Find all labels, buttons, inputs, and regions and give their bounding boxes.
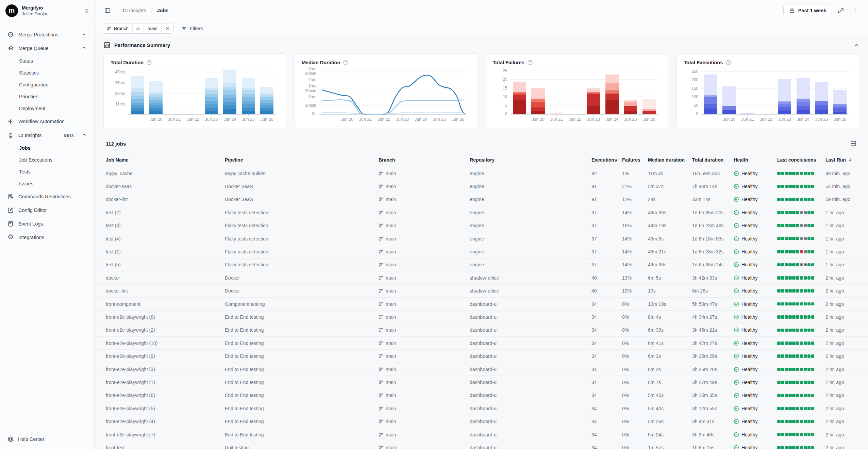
stacked-bar[interactable] (223, 70, 236, 114)
filter-chip-field[interactable]: Branch (103, 23, 132, 33)
sidebar-item-statistics[interactable]: Statistics (4, 67, 90, 79)
stacked-bar[interactable] (149, 81, 163, 114)
conclusion-success-square[interactable] (785, 381, 788, 384)
conclusion-success-square[interactable] (796, 315, 799, 319)
conclusion-success-square[interactable] (781, 224, 784, 227)
stacked-bar[interactable] (760, 114, 773, 114)
row-density-icon[interactable] (850, 140, 857, 147)
conclusion-success-square[interactable] (800, 172, 803, 175)
job-name-cell[interactable]: front-e2e-playwright (4) (106, 419, 225, 424)
conclusion-success-square[interactable] (777, 302, 781, 306)
stacked-bar[interactable] (531, 88, 545, 114)
job-name-cell[interactable]: test (1) (106, 249, 225, 254)
conclusion-success-square[interactable] (792, 433, 796, 436)
conclusion-success-square[interactable] (792, 224, 796, 227)
conclusion-success-square[interactable] (788, 250, 792, 253)
job-name-cell[interactable]: front-e2e-playwright (2) (106, 327, 225, 333)
job-name-cell[interactable]: front-e2e-playwright (7) (106, 432, 225, 437)
table-row[interactable]: docker Docker main shadow-office 40 13% … (95, 271, 868, 284)
column-header-pipeline[interactable]: Pipeline (225, 157, 379, 163)
conclusion-neutral-square[interactable] (804, 211, 807, 214)
breadcrumb-section[interactable]: CI Insights (123, 8, 146, 13)
conclusion-success-square[interactable] (785, 315, 788, 319)
column-header-branch[interactable]: Branch (379, 157, 470, 163)
stacked-bar[interactable] (513, 82, 526, 114)
sidebar-item-status[interactable]: Status (4, 55, 90, 67)
conclusion-success-square[interactable] (788, 407, 792, 410)
table-row[interactable]: front-e2e-playwright (3) End to End test… (95, 363, 868, 376)
conclusion-success-square[interactable] (785, 185, 788, 188)
conclusion-success-square[interactable] (781, 211, 784, 214)
conclusion-success-square[interactable] (788, 198, 792, 201)
column-header-failures[interactable]: Failures (622, 157, 648, 163)
conclusion-success-square[interactable] (796, 354, 799, 358)
conclusion-success-square[interactable] (777, 224, 781, 227)
conclusion-success-square[interactable] (800, 381, 803, 384)
table-row[interactable]: front-component Component testing main d… (95, 298, 868, 311)
conclusion-success-square[interactable] (800, 407, 803, 410)
conclusion-success-square[interactable] (804, 368, 807, 371)
sidebar-item-help-center[interactable]: Help Center (0, 431, 94, 449)
conclusion-success-square[interactable] (811, 250, 815, 253)
conclusion-success-square[interactable] (788, 381, 792, 384)
conclusion-success-square[interactable] (796, 172, 799, 175)
sidebar-item-configuration[interactable]: Configuration (4, 79, 90, 90)
conclusion-success-square[interactable] (807, 250, 811, 253)
conclusion-success-square[interactable] (807, 420, 811, 423)
conclusion-success-square[interactable] (796, 198, 799, 201)
total-duration-chart[interactable]: 11hrs23hrs35hrs47hrsJun 20Jun 21Jun 22Ju… (128, 69, 276, 115)
conclusion-success-square[interactable] (796, 237, 799, 240)
conclusion-success-square[interactable] (796, 211, 799, 214)
conclusion-success-square[interactable] (796, 289, 799, 293)
conclusion-success-square[interactable] (792, 185, 796, 188)
more-options-button[interactable] (850, 5, 861, 16)
stacked-bar[interactable] (605, 74, 619, 114)
conclusion-success-square[interactable] (777, 250, 781, 253)
table-row[interactable]: mypy_cache Mypy cache builder main engin… (95, 167, 868, 180)
conclusion-success-square[interactable] (788, 289, 792, 293)
conclusion-success-square[interactable] (807, 198, 811, 201)
conclusion-success-square[interactable] (811, 354, 815, 358)
conclusion-success-square[interactable] (777, 342, 781, 345)
table-row[interactable]: front-e2e-playwright (10) End to End tes… (95, 337, 868, 350)
conclusion-success-square[interactable] (781, 433, 784, 436)
conclusion-success-square[interactable] (800, 342, 803, 345)
conclusion-success-square[interactable] (811, 211, 815, 214)
conclusion-success-square[interactable] (796, 368, 799, 371)
sidebar-toggle-button[interactable] (102, 5, 113, 16)
date-range-button[interactable]: Past 1 week (783, 4, 832, 17)
conclusion-success-square[interactable] (788, 224, 792, 227)
conclusion-success-square[interactable] (807, 224, 811, 227)
share-link-button[interactable] (835, 5, 846, 16)
conclusion-success-square[interactable] (781, 446, 784, 449)
stacked-bar[interactable] (704, 74, 717, 114)
sidebar-item-merge-queue[interactable]: Merge Queue (4, 42, 90, 55)
conclusion-success-square[interactable] (788, 237, 792, 240)
conclusion-success-square[interactable] (811, 237, 815, 240)
conclusion-success-square[interactable] (796, 342, 799, 345)
conclusion-success-square[interactable] (792, 342, 796, 345)
conclusion-success-square[interactable] (804, 185, 807, 188)
conclusion-success-square[interactable] (807, 185, 811, 188)
sidebar-item-tests[interactable]: Tests (4, 166, 90, 178)
conclusion-success-square[interactable] (785, 433, 788, 436)
conclusion-success-square[interactable] (811, 302, 815, 306)
conclusion-success-square[interactable] (800, 446, 803, 449)
conclusion-success-square[interactable] (811, 433, 815, 436)
conclusion-success-square[interactable] (807, 342, 811, 345)
sidebar-item-config-editor[interactable]: Config Editor (4, 204, 90, 217)
conclusion-success-square[interactable] (788, 211, 792, 214)
conclusion-success-square[interactable] (796, 250, 799, 253)
column-header-repository[interactable]: Repository (470, 157, 591, 163)
stacked-bar[interactable] (242, 78, 255, 114)
conclusion-success-square[interactable] (796, 302, 799, 306)
conclusion-success-square[interactable] (804, 315, 807, 319)
conclusion-success-square[interactable] (792, 289, 796, 293)
conclusion-success-square[interactable] (800, 276, 803, 280)
job-name-cell[interactable]: test (5) (106, 262, 225, 267)
job-name-cell[interactable]: front-e2e-playwright (5) (106, 406, 225, 411)
conclusion-success-square[interactable] (807, 211, 811, 214)
conclusion-success-square[interactable] (807, 276, 811, 280)
conclusion-success-square[interactable] (785, 394, 788, 397)
table-row[interactable]: front-e2e-playwright (5) End to End test… (95, 402, 868, 415)
